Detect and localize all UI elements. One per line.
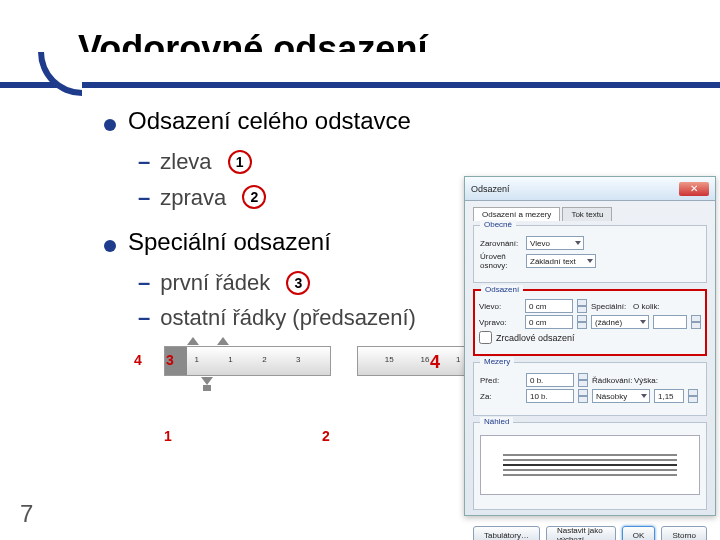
bullet-sub-2b-text: ostatní řádky (předsazení)	[160, 300, 416, 335]
callout-1-bottom: 1	[164, 428, 172, 444]
by-input[interactable]	[653, 315, 687, 329]
spinner-icon[interactable]	[577, 315, 587, 329]
dialog-titlebar: Odsazení ✕	[465, 177, 715, 201]
tick: 2	[262, 354, 266, 367]
callout-4: 4	[134, 352, 142, 368]
badge-3: 3	[286, 271, 310, 295]
indent-right-input[interactable]: 0 cm	[525, 315, 573, 329]
slide-number: 7	[20, 500, 33, 528]
default-button[interactable]: Nastavit jako výchozí	[546, 526, 616, 540]
cancel-button[interactable]: Storno	[661, 526, 707, 540]
paragraph-dialog: Odsazení ✕ Odsazení a mezery Tok textu O…	[464, 176, 716, 516]
tabs-button[interactable]: Tabulátory…	[473, 526, 540, 540]
align-select[interactable]: Vlevo	[526, 236, 584, 250]
bullet-main-2-text: Speciální odsazení	[128, 223, 331, 261]
first-line-indent-icon	[217, 337, 229, 345]
title-area: Vodorovné odsazení	[0, 0, 720, 78]
bullet-dot-icon	[104, 240, 116, 252]
bullet-sub-2a-text: první řádek	[160, 265, 270, 300]
special-label: Speciální:	[591, 302, 629, 311]
dialog-title: Odsazení	[471, 184, 510, 194]
ruler-left: 1 1 2 3	[164, 346, 331, 376]
bullet-main-1: Odsazení celého odstavce	[104, 102, 708, 140]
dash-icon: –	[138, 265, 150, 300]
dialog-buttons: Tabulátory… Nastavit jako výchozí OK Sto…	[465, 522, 715, 540]
bullet-main-1-text: Odsazení celého odstavce	[128, 102, 411, 140]
left-indent-icon	[203, 385, 211, 391]
tab-indent-spacing[interactable]: Odsazení a mezery	[473, 207, 560, 221]
indent-left-label: Vlevo:	[479, 302, 521, 311]
callout-3: 3	[166, 352, 174, 368]
group-preview: Náhled	[473, 422, 707, 510]
before-input[interactable]: 0 b.	[526, 373, 574, 387]
indent-left-input[interactable]: 0 cm	[525, 299, 573, 313]
group-indent: Odsazení Vlevo: 0 cm Speciální: O kolik:…	[473, 289, 707, 356]
close-icon[interactable]: ✕	[679, 182, 709, 196]
spinner-icon[interactable]	[578, 373, 588, 387]
bullet-sub-1a-text: zleva	[160, 144, 211, 179]
mirror-label: Zrcadlové odsazení	[496, 333, 575, 343]
group-general-title: Obecné	[480, 220, 516, 229]
mirror-checkbox[interactable]	[479, 331, 492, 344]
dash-icon: –	[138, 180, 150, 215]
at-label: Výška:	[634, 376, 672, 385]
tab-textflow[interactable]: Tok textu	[562, 207, 612, 221]
before-label: Před:	[480, 376, 522, 385]
spinner-icon[interactable]	[691, 315, 701, 329]
bullet-dot-icon	[104, 119, 116, 131]
dialog-tabs: Odsazení a mezery Tok textu	[473, 207, 707, 221]
group-spacing-title: Mezery	[480, 357, 514, 366]
after-label: Za:	[480, 392, 522, 401]
tick: 1	[194, 354, 198, 367]
callout-4-right: 4	[430, 352, 440, 373]
indent-right-label: Vpravo:	[479, 318, 521, 327]
callout-2-bottom: 2	[322, 428, 330, 444]
by-label: O kolik:	[633, 302, 671, 311]
linespacing-label: Řádkování:	[592, 376, 630, 385]
tick: 1	[228, 354, 232, 367]
special-select[interactable]: (žádné)	[591, 315, 649, 329]
bullet-sub-1b-text: zprava	[160, 180, 226, 215]
dash-icon: –	[138, 144, 150, 179]
preview-area	[480, 435, 700, 495]
badge-2: 2	[242, 185, 266, 209]
spinner-icon[interactable]	[688, 389, 698, 403]
tick: 15	[385, 354, 394, 367]
dash-icon: –	[138, 300, 150, 335]
bullet-sub-1a: – zleva 1	[104, 144, 708, 179]
ok-button[interactable]: OK	[622, 526, 656, 540]
outline-label: Úroveň osnovy:	[480, 252, 522, 270]
after-input[interactable]: 10 b.	[526, 389, 574, 403]
tick: 3	[296, 354, 300, 367]
group-spacing: Mezery Před: 0 b. Řádkování: Výška: Za: …	[473, 362, 707, 416]
badge-1: 1	[228, 150, 252, 174]
tick: 1	[456, 354, 460, 367]
marker-icon	[187, 337, 199, 345]
hanging-indent-icon	[201, 377, 213, 385]
group-preview-title: Náhled	[480, 417, 513, 426]
tick: 16	[420, 354, 429, 367]
spinner-icon[interactable]	[577, 299, 587, 313]
at-input[interactable]: 1,15	[654, 389, 684, 403]
group-indent-title: Odsazení	[481, 285, 523, 294]
outline-select[interactable]: Základní text	[526, 254, 596, 268]
group-general: Obecné Zarovnání: Vlevo Úroveň osnovy: Z…	[473, 225, 707, 283]
spinner-icon[interactable]	[578, 389, 588, 403]
linespacing-select[interactable]: Násobky	[592, 389, 650, 403]
align-label: Zarovnání:	[480, 239, 522, 248]
